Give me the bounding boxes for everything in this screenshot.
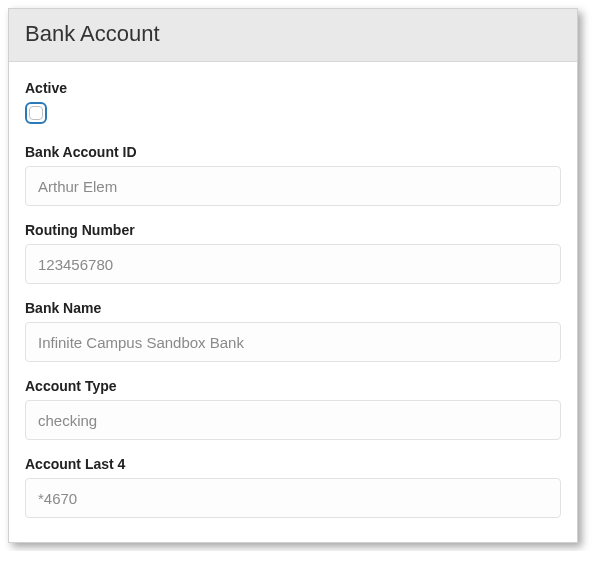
panel-title: Bank Account — [25, 21, 561, 47]
account-last-4-label: Account Last 4 — [25, 456, 561, 472]
routing-number-input[interactable] — [25, 244, 561, 284]
bank-account-id-input[interactable] — [25, 166, 561, 206]
field-bank-name: Bank Name — [25, 300, 561, 362]
panel-header: Bank Account — [9, 9, 577, 62]
bank-account-panel: Bank Account Active Bank Account ID Rout… — [8, 8, 578, 543]
field-bank-account-id: Bank Account ID — [25, 144, 561, 206]
bank-account-id-label: Bank Account ID — [25, 144, 561, 160]
field-account-last-4: Account Last 4 — [25, 456, 561, 518]
account-type-input[interactable] — [25, 400, 561, 440]
checkbox-inner — [29, 106, 43, 120]
account-last-4-input[interactable] — [25, 478, 561, 518]
field-account-type: Account Type — [25, 378, 561, 440]
account-type-label: Account Type — [25, 378, 561, 394]
field-routing-number: Routing Number — [25, 222, 561, 284]
field-active: Active — [25, 80, 561, 128]
bank-name-input[interactable] — [25, 322, 561, 362]
panel-body: Active Bank Account ID Routing Number Ba… — [9, 62, 577, 542]
routing-number-label: Routing Number — [25, 222, 561, 238]
active-checkbox-wrap — [25, 102, 561, 128]
active-checkbox[interactable] — [25, 102, 47, 124]
active-label: Active — [25, 80, 561, 96]
bank-name-label: Bank Name — [25, 300, 561, 316]
